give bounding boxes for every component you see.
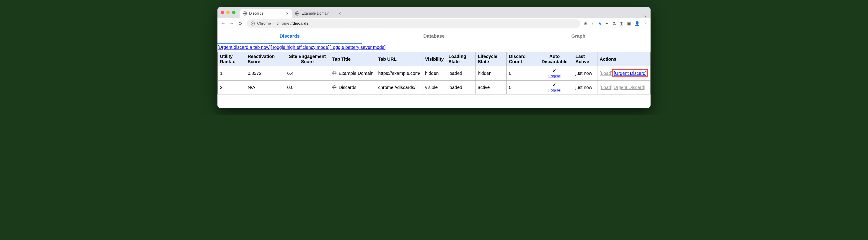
new-tab-button[interactable]: ＋ [347, 12, 351, 18]
addr-prefix: Chrome [257, 21, 271, 26]
chrome-icon [251, 22, 255, 26]
col-utility-rank[interactable]: Utility Rank [218, 52, 245, 66]
toggle-battery-saver-link[interactable]: [Toggle battery saver mode] [330, 45, 386, 50]
bookmark-star-icon[interactable]: ★ [598, 21, 601, 26]
profile-icon[interactable]: 👤 [634, 21, 640, 26]
globe-icon [295, 11, 299, 16]
globe-icon [332, 85, 336, 89]
col-lifecycle-state[interactable]: Lifecycle State [475, 52, 507, 66]
tab-database[interactable]: Database [362, 29, 506, 43]
forward-button[interactable]: → [229, 21, 234, 26]
cell-auto-discardable: ✔ [Toggle] [536, 66, 573, 81]
discards-table: Utility Rank Reactivation Score Site Eng… [217, 52, 651, 94]
close-tab-icon[interactable]: ✕ [286, 11, 289, 16]
zoom-icon[interactable]: ⊕ [584, 21, 587, 26]
cell-auto-discardable: ✔ [Toggle] [536, 80, 573, 94]
cell-loading: loaded [446, 66, 475, 81]
col-actions[interactable]: Actions [597, 52, 650, 66]
maximize-window-button[interactable] [232, 11, 236, 14]
urgent-discard-action[interactable]: [Urgent Discard] [614, 71, 647, 76]
toolbar-right: ⊕ ⇪ ★ ✦ ⚗ ◫ ▣ 👤 ⋮ [584, 21, 647, 26]
addr-url-bold: discards [293, 21, 309, 26]
cell-title-text: Example Domain [339, 71, 373, 76]
col-tab-url[interactable]: Tab URL [376, 52, 423, 66]
globe-icon [243, 11, 247, 16]
cell-url: https://example.com/ [376, 66, 423, 81]
urgent-discard-now-link[interactable]: [Urgent discard a tab now] [217, 45, 271, 50]
urgent-discard-action[interactable]: [Urgent Discard] [612, 85, 645, 90]
tab-title: Discards [249, 11, 263, 16]
cell-lifecycle: active [475, 80, 507, 94]
cell-discard-count: 0 [506, 66, 536, 81]
global-action-links: [Urgent discard a tab now][Toggle high e… [217, 44, 651, 52]
cell-last-active: just now [573, 66, 597, 81]
traffic-lights [221, 11, 236, 14]
table-row: 1 0.8372 6.4 Example Domain https://exam… [218, 66, 651, 81]
titlebar: Discards ✕ Example Domain ✕ ＋ ⌄ [217, 7, 651, 18]
browser-tab-discards[interactable]: Discards ✕ [240, 9, 292, 18]
share-icon[interactable]: ⇪ [591, 21, 594, 26]
cell-reactivation: N/A [245, 80, 285, 94]
cell-engagement: 0.0 [285, 80, 330, 94]
addr-url-dim: chrome:// [277, 21, 293, 26]
check-icon: ✔ [538, 82, 570, 87]
cell-title: Example Domain [330, 66, 376, 81]
browser-tab-example[interactable]: Example Domain ✕ [292, 9, 344, 18]
tab-graph[interactable]: Graph [506, 29, 651, 43]
browser-window: Discards ✕ Example Domain ✕ ＋ ⌄ ← → ⟳ Ch… [217, 7, 651, 108]
cell-rank: 2 [218, 80, 245, 94]
toolbar: ← → ⟳ Chrome | chrome://discards ⊕ ⇪ ★ ✦… [217, 18, 651, 29]
labs-icon[interactable]: ⚗ [612, 21, 616, 26]
col-auto-discardable[interactable]: Auto Discardable [536, 52, 573, 66]
close-window-button[interactable] [221, 11, 224, 14]
side-panel-icon[interactable]: ▣ [627, 21, 631, 26]
toggle-auto-discardable-link[interactable]: [Toggle] [548, 88, 561, 92]
cell-url: chrome://discards/ [376, 80, 423, 94]
cell-visibility: hidden [423, 66, 446, 81]
cell-visibility: visible [423, 80, 446, 94]
cell-actions: [Load][Urgent Discard] [597, 80, 650, 94]
cell-title: Discards [330, 80, 376, 94]
load-action[interactable]: [Load] [600, 85, 613, 90]
table-row: 2 N/A 0.0 Discards chrome://discards/ vi… [218, 80, 651, 94]
cell-last-active: just now [573, 80, 597, 94]
col-last-active[interactable]: Last Active [573, 52, 597, 66]
tab-title: Example Domain [302, 11, 330, 16]
extensions-icon[interactable]: ✦ [605, 21, 609, 26]
toggle-auto-discardable-link[interactable]: [Toggle] [548, 74, 561, 78]
reload-button[interactable]: ⟳ [238, 21, 243, 26]
urgent-discard-highlight: [Urgent Discard] [612, 69, 648, 77]
toggle-high-efficiency-link[interactable]: [Toggle high efficiency mode] [271, 45, 330, 50]
tab-discards[interactable]: Discards [217, 29, 362, 43]
check-icon: ✔ [538, 68, 570, 73]
col-tab-title[interactable]: Tab Title [330, 52, 376, 66]
back-button[interactable]: ← [221, 21, 226, 26]
load-action[interactable]: [Load] [600, 71, 613, 76]
col-visibility[interactable]: Visibility [423, 52, 446, 66]
tabs-overflow-button[interactable]: ⌄ [644, 12, 647, 18]
cell-lifecycle: hidden [475, 66, 507, 81]
cell-title-text: Discards [339, 85, 356, 90]
globe-icon [332, 71, 336, 75]
cell-actions: [Load][Urgent Discard] [597, 66, 650, 81]
page-tabs: Discards Database Graph [217, 29, 651, 44]
col-site-engagement[interactable]: Site Engagement Score [285, 52, 330, 66]
devtools-icon[interactable]: ◫ [620, 21, 623, 26]
col-reactivation-score[interactable]: Reactivation Score [245, 52, 285, 66]
cell-rank: 1 [218, 66, 245, 81]
tab-strip: Discards ✕ Example Domain ✕ ＋ ⌄ [240, 7, 647, 18]
close-tab-icon[interactable]: ✕ [338, 11, 341, 16]
address-bar[interactable]: Chrome | chrome://discards [247, 20, 580, 28]
cell-discard-count: 0 [506, 80, 536, 94]
cell-loading: loaded [446, 80, 475, 94]
menu-icon[interactable]: ⋮ [643, 21, 647, 26]
cell-engagement: 6.4 [285, 66, 330, 81]
minimize-window-button[interactable] [226, 11, 230, 14]
col-discard-count[interactable]: Discard Count [506, 52, 536, 66]
cell-reactivation: 0.8372 [245, 66, 285, 81]
col-loading-state[interactable]: Loading State [446, 52, 475, 66]
